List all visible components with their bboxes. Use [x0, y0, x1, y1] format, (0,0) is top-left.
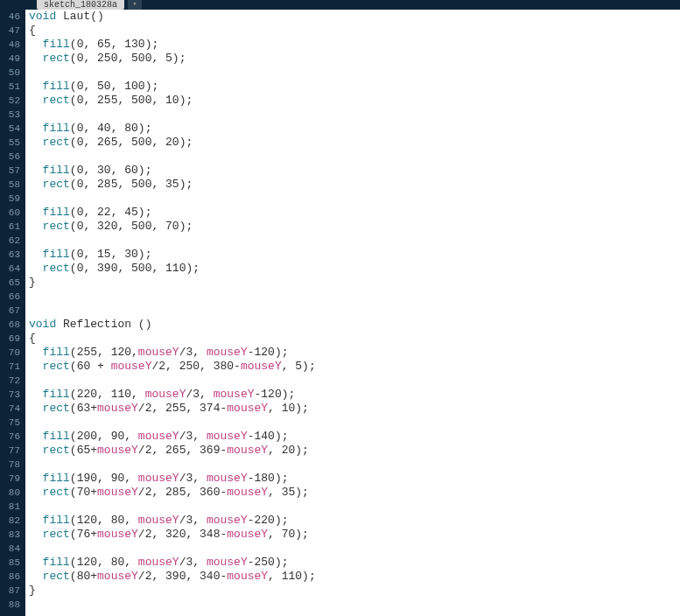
code-line[interactable]	[29, 150, 680, 164]
line-number: 54	[0, 122, 20, 136]
line-number: 47	[0, 24, 20, 38]
code-line[interactable]: rect(0, 320, 500, 70);	[29, 220, 680, 234]
builtin-variable: mouseY	[138, 430, 179, 443]
code-line[interactable]	[29, 542, 680, 556]
code-line[interactable]: fill(0, 50, 100);	[29, 80, 680, 94]
code-line[interactable]: fill(0, 30, 60);	[29, 164, 680, 178]
line-number: 48	[0, 38, 20, 52]
function-call: fill	[43, 38, 70, 51]
code-line[interactable]: }	[29, 584, 680, 598]
code-line[interactable]: fill(190, 90, mouseY/3, mouseY-180);	[29, 472, 680, 486]
line-number: 66	[0, 290, 20, 304]
builtin-variable: mouseY	[97, 486, 138, 499]
line-number: 84	[0, 542, 20, 556]
code-line[interactable]	[29, 234, 680, 248]
code-line[interactable]: rect(0, 250, 500, 5);	[29, 52, 680, 66]
line-number: 63	[0, 248, 20, 262]
builtin-variable: mouseY	[227, 402, 268, 415]
code-line[interactable]	[29, 458, 680, 472]
line-number: 51	[0, 80, 20, 94]
line-number: 53	[0, 108, 20, 122]
code-line[interactable]: fill(255, 120,mouseY/3, mouseY-120);	[29, 346, 680, 360]
line-number: 62	[0, 234, 20, 248]
file-tab[interactable]: sketch_180328a	[37, 0, 124, 10]
type-keyword: void	[29, 318, 56, 331]
line-number: 61	[0, 220, 20, 234]
code-line[interactable]: rect(60 + mouseY/2, 250, 380-mouseY, 5);	[29, 360, 680, 374]
function-call: rect	[43, 402, 70, 415]
line-number: 82	[0, 514, 20, 528]
builtin-variable: mouseY	[145, 388, 186, 401]
code-line[interactable]	[29, 304, 680, 318]
builtin-variable: mouseY	[227, 528, 268, 541]
code-line[interactable]: rect(0, 255, 500, 10);	[29, 94, 680, 108]
function-call: rect	[43, 486, 70, 499]
function-call: fill	[43, 248, 70, 261]
code-line[interactable]: fill(120, 80, mouseY/3, mouseY-220);	[29, 514, 680, 528]
line-number: 68	[0, 318, 20, 332]
line-number: 46	[0, 10, 20, 24]
function-call: rect	[43, 262, 70, 275]
line-number: 87	[0, 584, 20, 598]
builtin-variable: mouseY	[138, 472, 179, 485]
code-line[interactable]: rect(65+mouseY/2, 265, 369-mouseY, 20);	[29, 444, 680, 458]
code-line[interactable]: {	[29, 24, 680, 38]
line-number: 56	[0, 150, 20, 164]
line-number: 83	[0, 528, 20, 542]
code-line[interactable]: void Laut()	[29, 10, 680, 24]
line-number: 49	[0, 52, 20, 66]
line-number: 72	[0, 374, 20, 388]
builtin-variable: mouseY	[227, 486, 268, 499]
line-number: 55	[0, 136, 20, 150]
builtin-variable: mouseY	[97, 570, 138, 583]
code-line[interactable]	[29, 374, 680, 388]
line-number: 80	[0, 486, 20, 500]
code-line[interactable]: rect(80+mouseY/2, 390, 340-mouseY, 110);	[29, 570, 680, 584]
builtin-variable: mouseY	[241, 360, 282, 373]
code-line[interactable]: rect(0, 285, 500, 35);	[29, 178, 680, 192]
code-line[interactable]: rect(63+mouseY/2, 255, 374-mouseY, 10);	[29, 402, 680, 416]
builtin-variable: mouseY	[97, 528, 138, 541]
code-line[interactable]: rect(76+mouseY/2, 320, 348-mouseY, 70);	[29, 528, 680, 542]
code-line[interactable]: rect(0, 265, 500, 20);	[29, 136, 680, 150]
code-line[interactable]	[29, 416, 680, 430]
function-call: fill	[43, 556, 70, 569]
code-line[interactable]: rect(0, 390, 500, 110);	[29, 262, 680, 276]
code-line[interactable]: fill(0, 22, 45);	[29, 206, 680, 220]
code-line[interactable]	[29, 192, 680, 206]
function-call: fill	[43, 430, 70, 443]
code-line[interactable]: void Reflection ()	[29, 318, 680, 332]
line-number: 79	[0, 472, 20, 486]
builtin-variable: mouseY	[207, 472, 248, 485]
function-call: fill	[43, 346, 70, 359]
builtin-variable: mouseY	[207, 346, 248, 359]
function-call: rect	[43, 570, 70, 583]
line-number: 74	[0, 402, 20, 416]
line-number: 77	[0, 444, 20, 458]
new-tab-button[interactable]: ▾	[128, 0, 142, 10]
code-line[interactable]: {	[29, 332, 680, 346]
function-call: rect	[43, 178, 70, 191]
function-call: rect	[43, 360, 70, 373]
builtin-variable: mouseY	[138, 556, 179, 569]
code-line[interactable]: fill(220, 110, mouseY/3, mouseY-120);	[29, 388, 680, 402]
code-line[interactable]: fill(200, 90, mouseY/3, mouseY-140);	[29, 430, 680, 444]
code-area[interactable]: void Laut(){ fill(0, 65, 130); rect(0, 2…	[25, 10, 680, 616]
line-number: 78	[0, 458, 20, 472]
line-number: 69	[0, 332, 20, 346]
code-line[interactable]	[29, 500, 680, 514]
code-line[interactable]: rect(70+mouseY/2, 285, 360-mouseY, 35);	[29, 486, 680, 500]
function-call: fill	[43, 164, 70, 177]
code-line[interactable]: }	[29, 276, 680, 290]
line-number: 64	[0, 262, 20, 276]
code-line[interactable]	[29, 598, 680, 612]
code-line[interactable]	[29, 66, 680, 80]
code-line[interactable]: fill(0, 40, 80);	[29, 122, 680, 136]
line-number: 60	[0, 206, 20, 220]
builtin-variable: mouseY	[111, 360, 152, 373]
code-line[interactable]: fill(120, 80, mouseY/3, mouseY-250);	[29, 556, 680, 570]
code-line[interactable]	[29, 108, 680, 122]
code-line[interactable]: fill(0, 65, 130);	[29, 38, 680, 52]
code-line[interactable]: fill(0, 15, 30);	[29, 248, 680, 262]
code-line[interactable]	[29, 290, 680, 304]
